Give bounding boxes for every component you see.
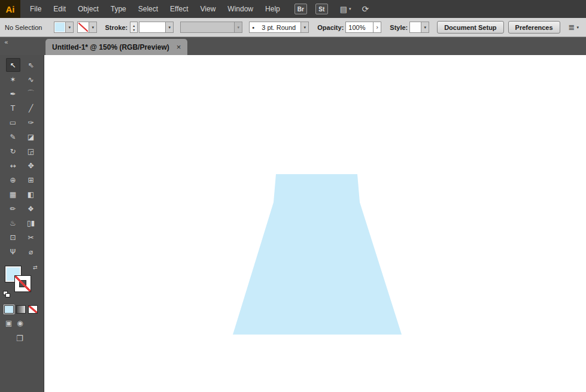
stroke-weight-dropdown[interactable]: ▾: [139, 22, 174, 33]
pen-tool[interactable]: ✒: [6, 87, 20, 101]
style-swatch: [411, 23, 420, 32]
stroke-none-swatch: [78, 23, 88, 32]
spin-up-icon[interactable]: ▴: [133, 23, 135, 28]
menu-help[interactable]: Help: [259, 0, 286, 18]
shape-builder-tool[interactable]: ⊕: [6, 173, 20, 187]
none-slash-icon: [29, 306, 37, 313]
preferences-button[interactable]: Preferences: [508, 21, 560, 34]
width-tool[interactable]: ↔: [6, 159, 20, 172]
document-tab-bar: « Untitled-1* @ 150% (RGB/Preview) ×: [0, 37, 586, 55]
menu-window[interactable]: Window: [221, 0, 259, 18]
eraser-tool[interactable]: ◪: [24, 130, 38, 144]
mesh-tool[interactable]: ▦: [6, 187, 20, 201]
draw-behind-icon[interactable]: ◉: [17, 319, 23, 327]
paintbrush-tool[interactable]: ✑: [24, 116, 38, 129]
fill-color-dropdown[interactable]: ▾: [54, 22, 74, 33]
fill-swatch: [55, 23, 65, 32]
selection-status: No Selection: [5, 24, 42, 31]
gradient-tool[interactable]: ◧: [24, 187, 38, 201]
app-bar: Ai File Edit Object Type Select Effect V…: [0, 0, 586, 18]
menu-object[interactable]: Object: [72, 0, 105, 18]
opacity-value: 100%: [346, 22, 373, 32]
opacity-field[interactable]: 100% ›: [345, 22, 381, 33]
selection-options-dropdown[interactable]: ≣ ▾: [569, 23, 579, 32]
type-tool[interactable]: T: [6, 101, 20, 115]
screen-mode-icon[interactable]: ❐: [16, 334, 23, 343]
menu-edit[interactable]: Edit: [47, 0, 72, 18]
menu-view[interactable]: View: [195, 0, 222, 18]
stroke-weight-value: [139, 22, 165, 32]
chevron-down-icon: ▾: [165, 22, 173, 32]
bridge-button[interactable]: Br: [294, 4, 307, 14]
chevron-down-icon: ▾: [576, 25, 579, 30]
align-options-icon: ≣: [569, 23, 575, 32]
magic-wand-tool[interactable]: ✶: [6, 72, 20, 86]
default-fill-stroke-icon[interactable]: [3, 291, 11, 297]
document-tab[interactable]: Untitled-1* @ 150% (RGB/Preview) ×: [45, 39, 187, 55]
lasso-tool[interactable]: ∿: [24, 72, 38, 86]
chevron-down-icon: ▾: [89, 22, 96, 32]
column-graph-tool[interactable]: ▯▮: [24, 216, 38, 230]
direct-selection-tool[interactable]: ⇖: [24, 58, 38, 72]
artwork-layer: [44, 55, 586, 392]
brush-preview-dot: •: [250, 22, 257, 32]
rectangle-tool[interactable]: ▭: [6, 116, 20, 129]
tool-grid: ↖ ⇖ ✶ ∿ ✒ ⌒ T ╱ ▭ ✑ ✎ ◪ ↻ ◲ ↔ ✥ ⊕ ⊞ ▦ ◧ …: [0, 55, 44, 259]
flask-shape[interactable]: [233, 174, 402, 335]
screen-mode-row: ❐: [0, 327, 44, 343]
stroke-weight-stepper[interactable]: ▴ ▾: [130, 22, 138, 33]
chevron-down-icon: ▾: [421, 22, 429, 32]
workspace-layout-icon: ▤: [340, 5, 347, 14]
color-button[interactable]: [4, 305, 14, 314]
spin-down-icon[interactable]: ▾: [133, 28, 135, 32]
workspace-switcher[interactable]: ▤ ▾: [340, 0, 351, 18]
eyedropper-tool[interactable]: ✏: [6, 202, 20, 215]
chevron-down-icon: ▾: [349, 7, 351, 11]
swap-fill-stroke-icon[interactable]: ⇄: [33, 265, 38, 271]
chevron-right-icon[interactable]: ›: [373, 22, 381, 32]
brush-name: 3 pt. Round: [257, 22, 300, 32]
fill-stroke-indicator: ⇄: [0, 263, 44, 303]
artboard-tool[interactable]: ⊡: [6, 230, 20, 244]
none-slash-icon: [15, 276, 31, 291]
hand-tool[interactable]: Ψ: [6, 245, 20, 259]
stock-button[interactable]: St: [315, 4, 328, 14]
close-icon[interactable]: ×: [177, 42, 181, 51]
color-mode-row: [0, 303, 44, 314]
slice-tool[interactable]: ✂: [24, 230, 38, 244]
zoom-tool[interactable]: ⌀: [24, 245, 38, 259]
chevron-down-icon: ▾: [300, 22, 308, 32]
stroke-color-dropdown[interactable]: ▾: [77, 22, 97, 33]
chevron-down-icon: ▾: [65, 22, 73, 32]
menu-file[interactable]: File: [24, 0, 47, 18]
collapse-panel-button[interactable]: «: [4, 39, 8, 45]
perspective-grid-tool[interactable]: ⊞: [24, 173, 38, 187]
drawing-modes-row: ▣ ◉: [0, 314, 44, 327]
graphic-style-dropdown[interactable]: ▾: [409, 22, 429, 33]
free-transform-tool[interactable]: ✥: [24, 159, 38, 172]
tools-panel: ↖ ⇖ ✶ ∿ ✒ ⌒ T ╱ ▭ ✑ ✎ ◪ ↻ ◲ ↔ ✥ ⊕ ⊞ ▦ ◧ …: [0, 55, 44, 392]
style-label: Style:: [390, 24, 408, 31]
stroke-indicator[interactable]: [14, 275, 31, 292]
brush-dropdown[interactable]: • 3 pt. Round ▾: [249, 22, 309, 33]
draw-normal-icon[interactable]: ▣: [5, 319, 12, 327]
shaper-tool[interactable]: ✎: [6, 130, 20, 144]
menu-effect[interactable]: Effect: [164, 0, 194, 18]
gradient-button[interactable]: [16, 305, 26, 314]
selection-tool[interactable]: ↖: [6, 58, 20, 72]
opacity-label: Opacity:: [317, 24, 344, 31]
illustrator-logo: Ai: [0, 0, 20, 18]
sync-status-icon[interactable]: ⟳: [362, 0, 369, 18]
document-setup-button[interactable]: Document Setup: [437, 21, 503, 34]
line-segment-tool[interactable]: ╱: [24, 101, 38, 115]
symbol-sprayer-tool[interactable]: ♨: [6, 216, 20, 230]
scale-tool[interactable]: ◲: [24, 144, 38, 158]
chevron-down-icon: ▾: [234, 22, 242, 32]
rotate-tool[interactable]: ↻: [6, 144, 20, 158]
none-button[interactable]: [28, 305, 38, 314]
curvature-tool[interactable]: ⌒: [24, 87, 38, 101]
artboard-canvas[interactable]: [44, 55, 586, 392]
blend-tool[interactable]: ❖: [24, 202, 38, 215]
menu-type[interactable]: Type: [105, 0, 132, 18]
menu-select[interactable]: Select: [132, 0, 164, 18]
